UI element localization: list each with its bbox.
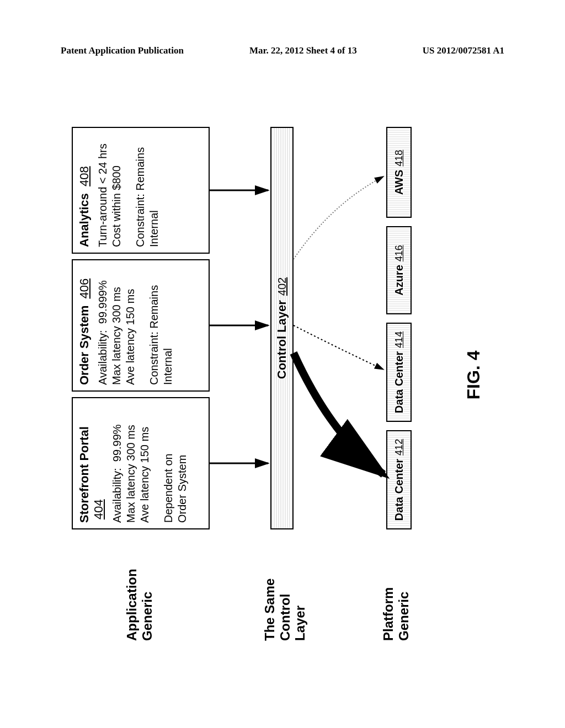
order-metrics: Availability: 99.999% Max latency 300 ms… xyxy=(96,266,137,385)
diagram-frame: Application Generic The Same Control Lay… xyxy=(39,94,524,656)
storefront-metrics: Availability: 99.99% Max latency 300 ms … xyxy=(110,404,152,523)
order-constraint: Constraint: Remains Internal xyxy=(147,266,175,385)
row-label-application: Application Generic xyxy=(124,569,154,641)
platform-dc1: Data Center 412 xyxy=(386,430,412,529)
control-layer-bar: Control Layer 402 xyxy=(270,127,294,529)
app-box-storefront: Storefront Portal 404 Availability: 99.9… xyxy=(72,397,210,529)
order-ref: 406 xyxy=(77,279,91,299)
platform-dc1-label: Data Center xyxy=(393,459,406,521)
header-right: US 2012/0072581 A1 xyxy=(423,45,504,56)
storefront-title-text: Storefront Portal xyxy=(77,426,91,523)
arrow-control-to-dc1 xyxy=(294,353,383,474)
platform-dc2: Data Center 414 xyxy=(386,323,412,422)
order-title-text: Order System xyxy=(77,306,91,385)
header-center: Mar. 22, 2012 Sheet 4 of 13 xyxy=(249,45,357,56)
analytics-constraint: Constraint: Remains Internal xyxy=(134,133,161,247)
row-label-platform: Platform Generic xyxy=(381,587,411,641)
analytics-title: Analytics 408 xyxy=(77,133,92,247)
arrow-control-to-dc2 xyxy=(294,325,383,370)
platform-dc2-label: Data Center xyxy=(393,351,406,413)
app-box-order: Order System 406 Availability: 99.999% M… xyxy=(72,259,210,392)
storefront-title: Storefront Portal 404 xyxy=(77,404,106,523)
arrow-control-to-aws xyxy=(294,176,383,259)
control-layer-label: Control Layer xyxy=(275,300,289,379)
analytics-title-text: Analytics xyxy=(77,193,91,247)
storefront-constraint: Dependent on Order System xyxy=(162,404,189,523)
platform-aws: AWS 418 xyxy=(386,127,412,218)
page-header: Patent Application Publication Mar. 22, … xyxy=(0,45,565,56)
app-box-analytics: Analytics 408 Turn-around < 24 hrs Cost … xyxy=(72,127,210,254)
platform-azure-label: Azure xyxy=(393,265,406,296)
platform-dc2-ref: 414 xyxy=(393,331,405,348)
order-title: Order System 406 xyxy=(77,266,92,385)
header-left: Patent Application Publication xyxy=(61,45,184,56)
figure-4-diagram: Application Generic The Same Control Lay… xyxy=(39,94,524,656)
figure-label: FIG. 4 xyxy=(463,94,484,656)
control-layer-ref: 402 xyxy=(276,277,289,296)
platform-azure-ref: 416 xyxy=(393,245,405,261)
storefront-ref: 404 xyxy=(92,499,105,520)
analytics-ref: 408 xyxy=(77,166,91,186)
platform-aws-ref: 418 xyxy=(393,150,405,167)
platform-azure: Azure 416 xyxy=(386,226,412,314)
analytics-metrics: Turn-around < 24 hrs Cost within $800 xyxy=(96,133,124,247)
platform-dc1-ref: 412 xyxy=(393,439,405,456)
platform-aws-label: AWS xyxy=(393,170,406,195)
row-label-control: The Same Control Layer xyxy=(262,579,308,641)
